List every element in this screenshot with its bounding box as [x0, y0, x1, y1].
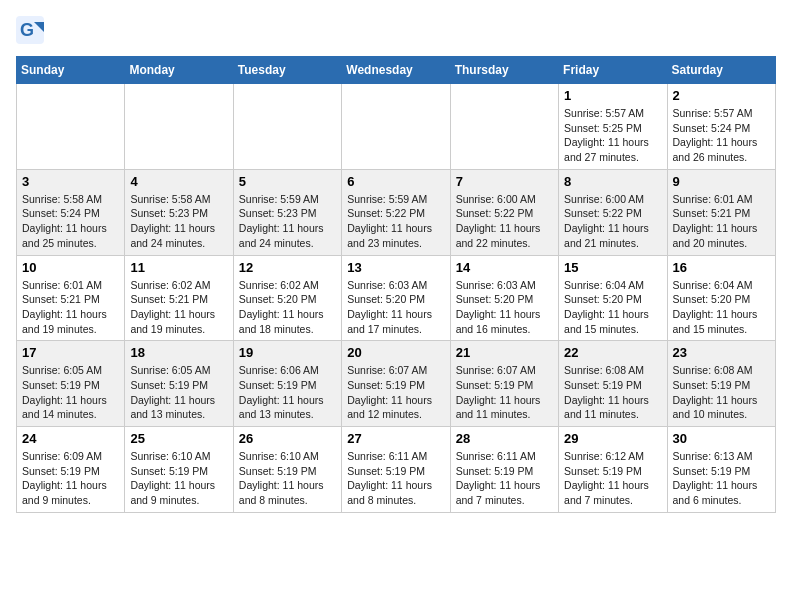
day-number: 21 — [456, 345, 553, 360]
col-header-saturday: Saturday — [667, 57, 775, 84]
day-number: 2 — [673, 88, 770, 103]
calendar-cell: 4Sunrise: 5:58 AM Sunset: 5:23 PM Daylig… — [125, 169, 233, 255]
day-number: 22 — [564, 345, 661, 360]
day-info: Sunrise: 6:00 AM Sunset: 5:22 PM Dayligh… — [564, 192, 661, 251]
day-number: 11 — [130, 260, 227, 275]
day-info: Sunrise: 6:04 AM Sunset: 5:20 PM Dayligh… — [564, 278, 661, 337]
header: G — [16, 16, 776, 44]
day-info: Sunrise: 6:12 AM Sunset: 5:19 PM Dayligh… — [564, 449, 661, 508]
calendar-cell: 13Sunrise: 6:03 AM Sunset: 5:20 PM Dayli… — [342, 255, 450, 341]
day-info: Sunrise: 5:58 AM Sunset: 5:24 PM Dayligh… — [22, 192, 119, 251]
day-number: 25 — [130, 431, 227, 446]
calendar-week-row: 24Sunrise: 6:09 AM Sunset: 5:19 PM Dayli… — [17, 427, 776, 513]
day-info: Sunrise: 6:09 AM Sunset: 5:19 PM Dayligh… — [22, 449, 119, 508]
svg-text:G: G — [20, 20, 34, 40]
day-number: 5 — [239, 174, 336, 189]
calendar-cell: 7Sunrise: 6:00 AM Sunset: 5:22 PM Daylig… — [450, 169, 558, 255]
day-info: Sunrise: 6:05 AM Sunset: 5:19 PM Dayligh… — [130, 363, 227, 422]
day-info: Sunrise: 5:58 AM Sunset: 5:23 PM Dayligh… — [130, 192, 227, 251]
calendar-week-row: 3Sunrise: 5:58 AM Sunset: 5:24 PM Daylig… — [17, 169, 776, 255]
calendar-cell — [233, 84, 341, 170]
day-number: 20 — [347, 345, 444, 360]
calendar-cell: 16Sunrise: 6:04 AM Sunset: 5:20 PM Dayli… — [667, 255, 775, 341]
day-number: 7 — [456, 174, 553, 189]
day-info: Sunrise: 6:00 AM Sunset: 5:22 PM Dayligh… — [456, 192, 553, 251]
day-number: 6 — [347, 174, 444, 189]
day-number: 8 — [564, 174, 661, 189]
day-number: 28 — [456, 431, 553, 446]
calendar-cell: 26Sunrise: 6:10 AM Sunset: 5:19 PM Dayli… — [233, 427, 341, 513]
day-number: 14 — [456, 260, 553, 275]
day-number: 30 — [673, 431, 770, 446]
calendar-week-row: 10Sunrise: 6:01 AM Sunset: 5:21 PM Dayli… — [17, 255, 776, 341]
day-info: Sunrise: 6:07 AM Sunset: 5:19 PM Dayligh… — [456, 363, 553, 422]
day-number: 23 — [673, 345, 770, 360]
calendar-cell: 11Sunrise: 6:02 AM Sunset: 5:21 PM Dayli… — [125, 255, 233, 341]
day-info: Sunrise: 6:03 AM Sunset: 5:20 PM Dayligh… — [456, 278, 553, 337]
calendar-cell: 23Sunrise: 6:08 AM Sunset: 5:19 PM Dayli… — [667, 341, 775, 427]
day-info: Sunrise: 6:03 AM Sunset: 5:20 PM Dayligh… — [347, 278, 444, 337]
calendar-cell — [17, 84, 125, 170]
calendar-cell: 6Sunrise: 5:59 AM Sunset: 5:22 PM Daylig… — [342, 169, 450, 255]
col-header-tuesday: Tuesday — [233, 57, 341, 84]
day-info: Sunrise: 6:02 AM Sunset: 5:21 PM Dayligh… — [130, 278, 227, 337]
calendar-cell: 28Sunrise: 6:11 AM Sunset: 5:19 PM Dayli… — [450, 427, 558, 513]
day-number: 24 — [22, 431, 119, 446]
day-number: 1 — [564, 88, 661, 103]
calendar-cell: 29Sunrise: 6:12 AM Sunset: 5:19 PM Dayli… — [559, 427, 667, 513]
day-number: 10 — [22, 260, 119, 275]
calendar-cell: 30Sunrise: 6:13 AM Sunset: 5:19 PM Dayli… — [667, 427, 775, 513]
day-number: 16 — [673, 260, 770, 275]
day-number: 27 — [347, 431, 444, 446]
col-header-monday: Monday — [125, 57, 233, 84]
calendar: SundayMondayTuesdayWednesdayThursdayFrid… — [16, 56, 776, 513]
day-info: Sunrise: 5:57 AM Sunset: 5:24 PM Dayligh… — [673, 106, 770, 165]
calendar-cell: 22Sunrise: 6:08 AM Sunset: 5:19 PM Dayli… — [559, 341, 667, 427]
col-header-thursday: Thursday — [450, 57, 558, 84]
day-number: 29 — [564, 431, 661, 446]
calendar-cell: 24Sunrise: 6:09 AM Sunset: 5:19 PM Dayli… — [17, 427, 125, 513]
calendar-cell — [450, 84, 558, 170]
day-number: 12 — [239, 260, 336, 275]
day-info: Sunrise: 6:01 AM Sunset: 5:21 PM Dayligh… — [22, 278, 119, 337]
day-info: Sunrise: 6:08 AM Sunset: 5:19 PM Dayligh… — [673, 363, 770, 422]
day-number: 18 — [130, 345, 227, 360]
day-info: Sunrise: 6:02 AM Sunset: 5:20 PM Dayligh… — [239, 278, 336, 337]
day-number: 17 — [22, 345, 119, 360]
day-number: 3 — [22, 174, 119, 189]
day-info: Sunrise: 6:06 AM Sunset: 5:19 PM Dayligh… — [239, 363, 336, 422]
day-info: Sunrise: 6:01 AM Sunset: 5:21 PM Dayligh… — [673, 192, 770, 251]
day-info: Sunrise: 6:07 AM Sunset: 5:19 PM Dayligh… — [347, 363, 444, 422]
calendar-week-row: 17Sunrise: 6:05 AM Sunset: 5:19 PM Dayli… — [17, 341, 776, 427]
day-info: Sunrise: 6:05 AM Sunset: 5:19 PM Dayligh… — [22, 363, 119, 422]
day-number: 19 — [239, 345, 336, 360]
calendar-cell: 9Sunrise: 6:01 AM Sunset: 5:21 PM Daylig… — [667, 169, 775, 255]
col-header-wednesday: Wednesday — [342, 57, 450, 84]
day-info: Sunrise: 6:10 AM Sunset: 5:19 PM Dayligh… — [239, 449, 336, 508]
calendar-cell: 19Sunrise: 6:06 AM Sunset: 5:19 PM Dayli… — [233, 341, 341, 427]
calendar-cell: 17Sunrise: 6:05 AM Sunset: 5:19 PM Dayli… — [17, 341, 125, 427]
day-number: 15 — [564, 260, 661, 275]
day-info: Sunrise: 5:59 AM Sunset: 5:22 PM Dayligh… — [347, 192, 444, 251]
calendar-cell: 12Sunrise: 6:02 AM Sunset: 5:20 PM Dayli… — [233, 255, 341, 341]
calendar-cell: 15Sunrise: 6:04 AM Sunset: 5:20 PM Dayli… — [559, 255, 667, 341]
calendar-header-row: SundayMondayTuesdayWednesdayThursdayFrid… — [17, 57, 776, 84]
day-info: Sunrise: 6:10 AM Sunset: 5:19 PM Dayligh… — [130, 449, 227, 508]
col-header-friday: Friday — [559, 57, 667, 84]
calendar-cell: 8Sunrise: 6:00 AM Sunset: 5:22 PM Daylig… — [559, 169, 667, 255]
calendar-cell: 1Sunrise: 5:57 AM Sunset: 5:25 PM Daylig… — [559, 84, 667, 170]
calendar-cell — [125, 84, 233, 170]
calendar-cell: 21Sunrise: 6:07 AM Sunset: 5:19 PM Dayli… — [450, 341, 558, 427]
col-header-sunday: Sunday — [17, 57, 125, 84]
day-info: Sunrise: 6:11 AM Sunset: 5:19 PM Dayligh… — [347, 449, 444, 508]
calendar-week-row: 1Sunrise: 5:57 AM Sunset: 5:25 PM Daylig… — [17, 84, 776, 170]
day-info: Sunrise: 6:08 AM Sunset: 5:19 PM Dayligh… — [564, 363, 661, 422]
calendar-cell: 10Sunrise: 6:01 AM Sunset: 5:21 PM Dayli… — [17, 255, 125, 341]
calendar-cell: 2Sunrise: 5:57 AM Sunset: 5:24 PM Daylig… — [667, 84, 775, 170]
calendar-cell — [342, 84, 450, 170]
day-number: 26 — [239, 431, 336, 446]
day-info: Sunrise: 6:11 AM Sunset: 5:19 PM Dayligh… — [456, 449, 553, 508]
calendar-cell: 18Sunrise: 6:05 AM Sunset: 5:19 PM Dayli… — [125, 341, 233, 427]
calendar-cell: 20Sunrise: 6:07 AM Sunset: 5:19 PM Dayli… — [342, 341, 450, 427]
logo-icon: G — [16, 16, 44, 44]
